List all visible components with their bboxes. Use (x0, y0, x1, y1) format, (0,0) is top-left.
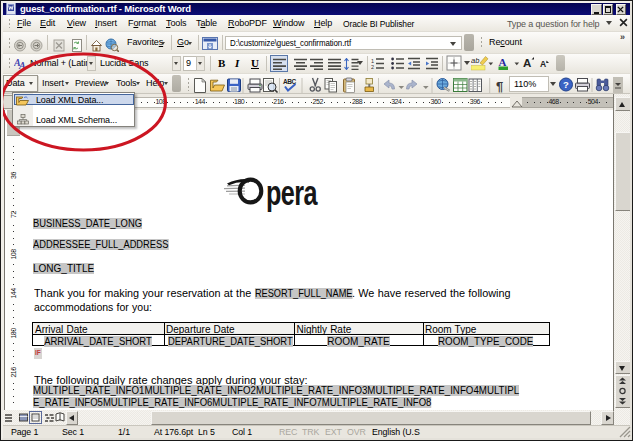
svg-text:ABC: ABC (283, 78, 296, 85)
svg-text:?: ? (563, 79, 569, 90)
svg-text:1: 1 (371, 58, 374, 64)
svg-text:ab: ab (471, 56, 479, 65)
svg-text:2: 2 (371, 64, 374, 70)
svg-text:A: A (18, 60, 26, 70)
svg-text:A: A (540, 59, 546, 69)
svg-text:A: A (499, 56, 507, 68)
svg-text:¶: ¶ (496, 79, 503, 94)
svg-text:A: A (523, 57, 531, 69)
